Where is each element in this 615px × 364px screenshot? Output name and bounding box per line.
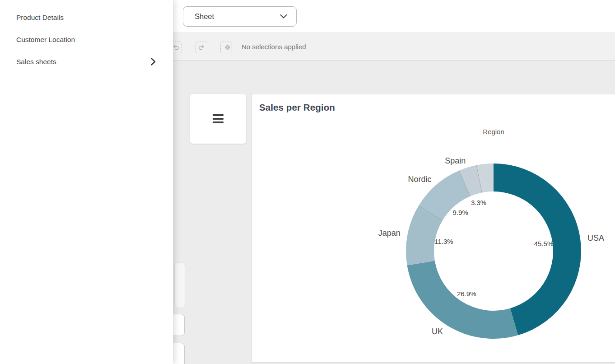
sales-per-region-chart-card: Sales per Region Region 45.5%USA26.9%UK1… [252, 94, 615, 363]
slice-percent-label: 9.9% [453, 209, 468, 216]
chart-menu-card[interactable] [190, 94, 246, 144]
step-forward-selection-button[interactable] [196, 42, 207, 53]
sidebar-item-label: Product Details [16, 14, 64, 22]
sidebar-item-label: Sales sheets [16, 58, 56, 66]
slice-percent-label: 45.5% [534, 240, 554, 247]
chevron-down-icon [280, 14, 287, 19]
redo-selection-icon [198, 44, 205, 51]
selections-status-text: No selections applied [242, 33, 306, 60]
slice-percent-label: 11.3% [434, 238, 453, 245]
slice-category-label: Japan [378, 229, 401, 238]
slice-category-label: UK [432, 327, 443, 336]
undo-selection-icon [172, 44, 180, 51]
clear-all-selections-button[interactable] [220, 42, 232, 53]
sidebar-item-customer-location[interactable]: Customer Location [0, 28, 173, 51]
slice-category-label: Nordic [408, 175, 432, 184]
donut-chart: 45.5%USA26.9%UK11.3%Japan9.9%Nordic3.3%S… [252, 94, 615, 363]
sheets-overlay-panel: Product Details Customer Location Sales … [0, 0, 173, 364]
sidebar-item-product-details[interactable]: Product Details [0, 6, 173, 28]
sheet-selector-label: Sheet [195, 12, 214, 21]
slice-category-label: USA [587, 233, 604, 243]
slice-percent-label: 3.3% [471, 199, 486, 206]
sidebar-item-sales-sheets[interactable]: Sales sheets [0, 51, 173, 73]
sheet-selector-button[interactable]: Sheet [183, 6, 297, 27]
hamburger-menu-icon [213, 114, 224, 123]
sidebar-item-label: Customer Location [16, 36, 75, 44]
chevron-right-icon [151, 58, 156, 65]
partial-card-1[interactable] [174, 262, 185, 308]
slice-category-label: Spain [445, 156, 466, 165]
donut-slice-uk[interactable] [407, 261, 518, 339]
slice-percent-label: 26.9% [457, 290, 476, 298]
clear-selections-icon [222, 43, 231, 51]
